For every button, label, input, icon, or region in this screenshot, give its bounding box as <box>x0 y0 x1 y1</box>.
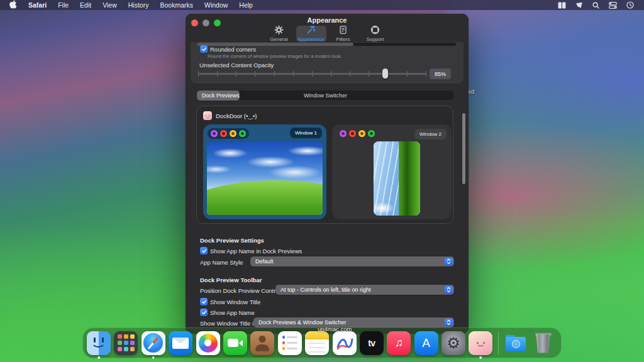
gear-icon <box>274 25 284 36</box>
show-app-name-label: Show App Name <box>210 309 255 316</box>
menu-item-file[interactable]: File <box>52 1 74 9</box>
tab-appearance-label: Appearance <box>297 36 325 42</box>
reminders-icon <box>278 331 302 355</box>
running-indicator <box>152 356 155 359</box>
menu-bar: Safari File Edit View History Bookmarks … <box>0 0 644 10</box>
show-window-title-in-select[interactable]: Dock Previews & Window Switcher <box>253 317 454 327</box>
position-controls-select[interactable]: At top - Controls on left, title on righ… <box>275 285 454 295</box>
show-app-name-previews-checkbox[interactable] <box>200 247 208 255</box>
system-settings-gear-icon: ⚙ <box>441 331 465 355</box>
close-button-icon[interactable] <box>349 130 356 137</box>
filters-document-icon <box>338 25 348 36</box>
tab-filters[interactable]: Filters <box>328 26 358 41</box>
menu-item-help[interactable]: Help <box>233 1 258 9</box>
dock-item-system-settings[interactable]: ⚙ <box>441 331 466 356</box>
finder-icon <box>87 331 111 355</box>
window-preview-1[interactable]: Window 1 <box>203 124 326 219</box>
fullscreen-button-icon[interactable] <box>239 130 246 137</box>
photos-icon <box>196 331 220 355</box>
menu-item-view[interactable]: View <box>97 1 123 9</box>
chevron-up-down-icon <box>445 319 453 326</box>
control-center-icon[interactable] <box>609 2 617 9</box>
dock-item-notes[interactable] <box>304 331 330 356</box>
settings-toolbar: General Appearance Filters Support <box>186 26 469 41</box>
apple-menu[interactable] <box>4 0 23 10</box>
dock-item-photos[interactable] <box>196 331 221 356</box>
spotlight-icon[interactable] <box>592 2 599 9</box>
dock-preview-settings-header: Dock Preview Settings <box>200 237 264 244</box>
dock-item-finder[interactable] <box>86 331 111 356</box>
menu-item-edit[interactable]: Edit <box>74 1 97 9</box>
watermark: up4mac.com <box>318 326 352 332</box>
clock-icon[interactable] <box>626 1 634 9</box>
show-window-title-label: Show Window Title <box>210 299 260 305</box>
dock-item-downloads[interactable]: ↓ <box>503 331 528 356</box>
tab-general[interactable]: General <box>264 26 294 41</box>
dock-item-freeform[interactable] <box>332 331 357 356</box>
opacity-slider-thumb[interactable] <box>382 69 388 79</box>
opacity-slider-track[interactable] <box>198 73 426 75</box>
fullscreen-button-icon[interactable] <box>368 130 375 137</box>
dock-item-music[interactable]: ♫ <box>386 331 411 356</box>
dock-item-facetime[interactable] <box>223 331 248 356</box>
bliss-rotated-sky <box>374 141 399 216</box>
dock-item-appstore[interactable]: A <box>414 331 439 356</box>
dock-item-safari[interactable] <box>141 331 166 356</box>
app-name-style-select[interactable]: Default <box>250 256 454 266</box>
dock-item-trash[interactable] <box>531 331 556 356</box>
apple-tv-icon: tv <box>360 331 384 355</box>
screen-mirroring-icon[interactable] <box>575 2 583 9</box>
scrollbar[interactable] <box>462 113 465 184</box>
close-button-icon[interactable] <box>220 130 227 137</box>
show-app-name-checkbox[interactable] <box>200 309 208 316</box>
show-app-name-previews-label: Show App Name in Dock Previews <box>210 248 302 255</box>
dock-preview-demo-panel: •‿• DockDoor (•‿•) Window 1 <box>196 106 453 224</box>
app-name-style-value: Default <box>255 258 274 265</box>
dock-item-dockdoor[interactable]: •‿• <box>468 331 493 356</box>
rounded-corners-checkbox[interactable] <box>200 45 208 53</box>
contacts-icon <box>250 331 274 355</box>
tab-support[interactable]: Support <box>360 26 391 41</box>
bliss-rotated-hill <box>399 141 420 216</box>
window-1-thumbnail <box>207 141 323 215</box>
minimize-button-icon[interactable] <box>358 130 365 137</box>
notes-icon <box>305 331 329 355</box>
menu-item-bookmarks[interactable]: Bookmarks <box>154 1 199 9</box>
dock-item-reminders[interactable] <box>277 331 303 356</box>
tab-support-label: Support <box>366 36 384 42</box>
dock-divider <box>498 332 499 354</box>
menu-app-name[interactable]: Safari <box>23 1 52 9</box>
quit-button-icon[interactable] <box>211 130 218 137</box>
position-controls-value: At top - Controls on left, title on righ… <box>280 287 371 293</box>
show-window-title-in-label: Show Window Title in <box>200 320 257 327</box>
appearance-window: Appearance General Appearance Filters Su… <box>186 14 469 334</box>
menu-item-window[interactable]: Window <box>199 1 233 9</box>
dock-item-contacts[interactable] <box>250 331 275 356</box>
chevron-up-down-icon <box>445 286 453 293</box>
app-store-icon: A <box>414 331 438 355</box>
window-preview-2[interactable]: Window 2 <box>332 124 452 219</box>
window-title: Appearance <box>186 16 469 24</box>
dock-item-tv[interactable]: tv <box>359 331 384 356</box>
dockdoor-app-icon-small: •‿• <box>203 111 212 120</box>
show-window-title-in-value: Dock Previews & Window Switcher <box>258 319 347 326</box>
magic-wand-icon <box>306 25 316 36</box>
window-tiles-icon[interactable] <box>558 2 566 9</box>
trash-icon <box>531 331 555 355</box>
launchpad-icon <box>114 331 138 355</box>
tab-appearance[interactable]: Appearance <box>296 26 326 41</box>
music-icon: ♫ <box>387 331 411 355</box>
menu-item-history[interactable]: History <box>123 1 155 9</box>
show-window-title-checkbox[interactable] <box>200 298 208 305</box>
dock-item-mail[interactable] <box>168 331 193 356</box>
segment-dock-previews[interactable]: Dock Previews <box>197 90 240 101</box>
safari-icon <box>142 331 165 355</box>
quit-button-icon[interactable] <box>340 130 347 137</box>
bliss-hill <box>207 180 323 215</box>
mail-icon <box>169 331 192 355</box>
dockdoor-icon: •‿• <box>469 331 492 355</box>
window-2-title-badge: Window 2 <box>414 129 447 140</box>
dock-item-launchpad[interactable] <box>113 331 138 356</box>
minimize-button-icon[interactable] <box>230 130 236 137</box>
rounded-corners-label: Rounded corners <box>210 46 256 53</box>
